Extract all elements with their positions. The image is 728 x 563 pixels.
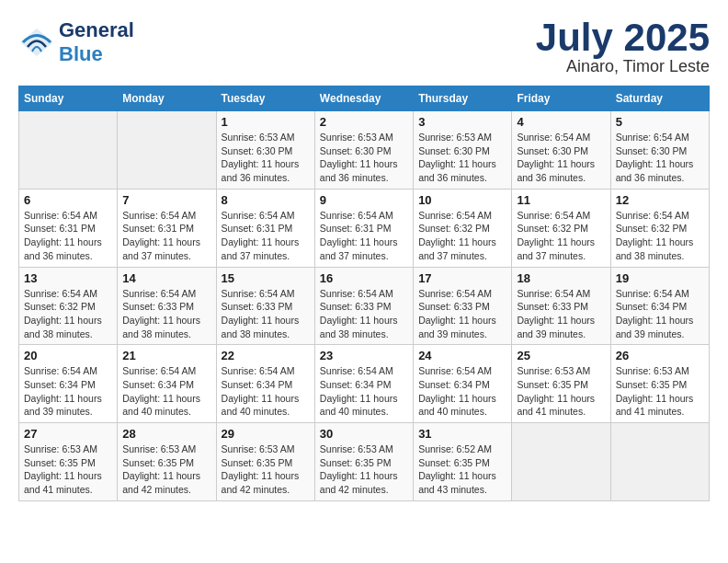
calendar-cell bbox=[610, 423, 709, 501]
day-info: Sunrise: 6:53 AM Sunset: 6:35 PM Dayligh… bbox=[616, 364, 704, 419]
day-info: Sunrise: 6:54 AM Sunset: 6:34 PM Dayligh… bbox=[418, 364, 506, 419]
day-number: 20 bbox=[24, 349, 112, 362]
day-number: 28 bbox=[122, 427, 210, 441]
calendar-cell: 12Sunrise: 6:54 AM Sunset: 6:32 PM Dayli… bbox=[610, 189, 709, 267]
logo-icon bbox=[18, 24, 55, 61]
week-row-5: 27Sunrise: 6:53 AM Sunset: 6:35 PM Dayli… bbox=[19, 423, 710, 501]
logo: General Blue bbox=[18, 18, 134, 66]
calendar-cell: 10Sunrise: 6:54 AM Sunset: 6:32 PM Dayli… bbox=[414, 189, 512, 267]
day-number: 3 bbox=[418, 115, 506, 129]
day-info: Sunrise: 6:54 AM Sunset: 6:31 PM Dayligh… bbox=[222, 209, 310, 263]
day-info: Sunrise: 6:54 AM Sunset: 6:34 PM Dayligh… bbox=[616, 287, 704, 341]
day-number: 30 bbox=[320, 427, 408, 441]
calendar-cell: 21Sunrise: 6:54 AM Sunset: 6:34 PM Dayli… bbox=[118, 345, 216, 423]
day-number: 24 bbox=[418, 349, 506, 362]
calendar-cell: 16Sunrise: 6:54 AM Sunset: 6:33 PM Dayli… bbox=[314, 267, 413, 345]
day-info: Sunrise: 6:52 AM Sunset: 6:35 PM Dayligh… bbox=[418, 442, 506, 497]
day-number: 10 bbox=[418, 193, 506, 207]
calendar-cell: 13Sunrise: 6:54 AM Sunset: 6:32 PM Dayli… bbox=[19, 267, 118, 345]
calendar-cell: 19Sunrise: 6:54 AM Sunset: 6:34 PM Dayli… bbox=[610, 267, 709, 345]
day-number: 25 bbox=[517, 349, 605, 362]
day-info: Sunrise: 6:54 AM Sunset: 6:32 PM Dayligh… bbox=[517, 209, 605, 263]
day-number: 22 bbox=[222, 349, 310, 362]
day-info: Sunrise: 6:54 AM Sunset: 6:34 PM Dayligh… bbox=[24, 364, 112, 419]
calendar-table: SundayMondayTuesdayWednesdayThursdayFrid… bbox=[18, 86, 710, 501]
day-info: Sunrise: 6:54 AM Sunset: 6:34 PM Dayligh… bbox=[320, 364, 408, 419]
day-number: 5 bbox=[616, 115, 704, 129]
day-number: 7 bbox=[122, 193, 210, 207]
day-info: Sunrise: 6:53 AM Sunset: 6:35 PM Dayligh… bbox=[222, 442, 310, 497]
day-number: 21 bbox=[122, 349, 210, 362]
calendar-cell: 24Sunrise: 6:54 AM Sunset: 6:34 PM Dayli… bbox=[414, 345, 512, 423]
calendar-cell bbox=[118, 111, 216, 190]
day-info: Sunrise: 6:54 AM Sunset: 6:30 PM Dayligh… bbox=[517, 131, 605, 185]
day-info: Sunrise: 6:53 AM Sunset: 6:35 PM Dayligh… bbox=[517, 364, 605, 419]
day-number: 4 bbox=[517, 115, 605, 129]
week-row-1: 1Sunrise: 6:53 AM Sunset: 6:30 PM Daylig… bbox=[19, 111, 710, 190]
day-number: 26 bbox=[616, 349, 704, 362]
calendar-cell: 27Sunrise: 6:53 AM Sunset: 6:35 PM Dayli… bbox=[19, 423, 118, 501]
day-number: 8 bbox=[222, 193, 310, 207]
day-info: Sunrise: 6:53 AM Sunset: 6:30 PM Dayligh… bbox=[418, 131, 506, 185]
logo-blue: Blue bbox=[59, 42, 103, 65]
day-number: 29 bbox=[222, 427, 310, 441]
calendar-cell: 5Sunrise: 6:54 AM Sunset: 6:30 PM Daylig… bbox=[610, 111, 709, 190]
calendar-cell: 9Sunrise: 6:54 AM Sunset: 6:31 PM Daylig… bbox=[314, 189, 413, 267]
day-number: 11 bbox=[517, 193, 605, 207]
day-info: Sunrise: 6:53 AM Sunset: 6:35 PM Dayligh… bbox=[122, 442, 210, 497]
calendar-cell: 15Sunrise: 6:54 AM Sunset: 6:33 PM Dayli… bbox=[216, 267, 314, 345]
day-number: 18 bbox=[517, 271, 605, 285]
day-number: 15 bbox=[222, 271, 310, 285]
calendar-cell bbox=[19, 111, 118, 190]
day-number: 14 bbox=[122, 271, 210, 285]
day-info: Sunrise: 6:54 AM Sunset: 6:32 PM Dayligh… bbox=[616, 209, 704, 263]
page-header: General Blue July 2025 Ainaro, Timor Les… bbox=[18, 18, 710, 76]
weekday-header-wednesday: Wednesday bbox=[314, 86, 413, 111]
calendar-cell: 14Sunrise: 6:54 AM Sunset: 6:33 PM Dayli… bbox=[118, 267, 216, 345]
calendar-cell: 1Sunrise: 6:53 AM Sunset: 6:30 PM Daylig… bbox=[216, 111, 314, 190]
day-number: 1 bbox=[222, 115, 310, 129]
calendar-cell: 31Sunrise: 6:52 AM Sunset: 6:35 PM Dayli… bbox=[414, 423, 512, 501]
day-number: 27 bbox=[24, 427, 112, 441]
logo-general: General bbox=[59, 18, 134, 41]
calendar-cell: 2Sunrise: 6:53 AM Sunset: 6:30 PM Daylig… bbox=[314, 111, 413, 190]
week-row-2: 6Sunrise: 6:54 AM Sunset: 6:31 PM Daylig… bbox=[19, 189, 710, 267]
weekday-header-row: SundayMondayTuesdayWednesdayThursdayFrid… bbox=[19, 86, 710, 111]
calendar-cell: 6Sunrise: 6:54 AM Sunset: 6:31 PM Daylig… bbox=[19, 189, 118, 267]
day-info: Sunrise: 6:54 AM Sunset: 6:32 PM Dayligh… bbox=[24, 287, 112, 341]
day-info: Sunrise: 6:53 AM Sunset: 6:35 PM Dayligh… bbox=[320, 442, 408, 497]
title-block: July 2025 Ainaro, Timor Leste bbox=[536, 18, 710, 76]
day-info: Sunrise: 6:54 AM Sunset: 6:33 PM Dayligh… bbox=[122, 287, 210, 341]
day-info: Sunrise: 6:54 AM Sunset: 6:30 PM Dayligh… bbox=[616, 131, 704, 185]
day-number: 19 bbox=[616, 271, 704, 285]
calendar-cell: 30Sunrise: 6:53 AM Sunset: 6:35 PM Dayli… bbox=[314, 423, 413, 501]
day-number: 12 bbox=[616, 193, 704, 207]
calendar-cell: 11Sunrise: 6:54 AM Sunset: 6:32 PM Dayli… bbox=[512, 189, 610, 267]
day-info: Sunrise: 6:54 AM Sunset: 6:34 PM Dayligh… bbox=[222, 364, 310, 419]
calendar-cell: 20Sunrise: 6:54 AM Sunset: 6:34 PM Dayli… bbox=[19, 345, 118, 423]
day-number: 9 bbox=[320, 193, 408, 207]
day-info: Sunrise: 6:54 AM Sunset: 6:34 PM Dayligh… bbox=[122, 364, 210, 419]
day-info: Sunrise: 6:54 AM Sunset: 6:31 PM Dayligh… bbox=[24, 209, 112, 263]
calendar-cell: 25Sunrise: 6:53 AM Sunset: 6:35 PM Dayli… bbox=[512, 345, 610, 423]
calendar-cell: 4Sunrise: 6:54 AM Sunset: 6:30 PM Daylig… bbox=[512, 111, 610, 190]
day-info: Sunrise: 6:53 AM Sunset: 6:30 PM Dayligh… bbox=[222, 131, 310, 185]
day-number: 23 bbox=[320, 349, 408, 362]
calendar-cell: 22Sunrise: 6:54 AM Sunset: 6:34 PM Dayli… bbox=[216, 345, 314, 423]
calendar-cell: 8Sunrise: 6:54 AM Sunset: 6:31 PM Daylig… bbox=[216, 189, 314, 267]
day-info: Sunrise: 6:54 AM Sunset: 6:33 PM Dayligh… bbox=[320, 287, 408, 341]
weekday-header-saturday: Saturday bbox=[610, 86, 709, 111]
weekday-header-monday: Monday bbox=[118, 86, 216, 111]
calendar-cell: 7Sunrise: 6:54 AM Sunset: 6:31 PM Daylig… bbox=[118, 189, 216, 267]
calendar-cell: 29Sunrise: 6:53 AM Sunset: 6:35 PM Dayli… bbox=[216, 423, 314, 501]
day-info: Sunrise: 6:54 AM Sunset: 6:32 PM Dayligh… bbox=[418, 209, 506, 263]
day-number: 16 bbox=[320, 271, 408, 285]
weekday-header-friday: Friday bbox=[512, 86, 610, 111]
day-number: 2 bbox=[320, 115, 408, 129]
calendar-cell: 23Sunrise: 6:54 AM Sunset: 6:34 PM Dayli… bbox=[314, 345, 413, 423]
day-info: Sunrise: 6:54 AM Sunset: 6:33 PM Dayligh… bbox=[418, 287, 506, 341]
calendar-cell: 17Sunrise: 6:54 AM Sunset: 6:33 PM Dayli… bbox=[414, 267, 512, 345]
calendar-cell: 3Sunrise: 6:53 AM Sunset: 6:30 PM Daylig… bbox=[414, 111, 512, 190]
calendar-cell: 26Sunrise: 6:53 AM Sunset: 6:35 PM Dayli… bbox=[610, 345, 709, 423]
weekday-header-thursday: Thursday bbox=[414, 86, 512, 111]
